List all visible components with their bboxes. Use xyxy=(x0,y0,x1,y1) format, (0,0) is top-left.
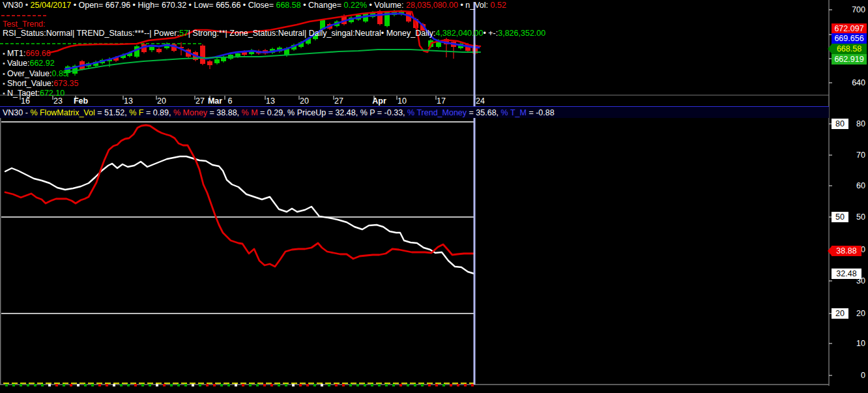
indicator-value: 669.66 xyxy=(25,49,50,58)
text-segment: | Strong:**| Zone_Status:Neutral| Daily_… xyxy=(188,29,381,38)
indicator-value: 672.10 xyxy=(40,89,65,98)
value-badge: 50 xyxy=(832,212,848,222)
value-badge: 672.097 xyxy=(832,23,867,34)
axis-tick-label: 60 xyxy=(856,181,865,190)
axis-tick-label: 50 xyxy=(856,212,865,222)
indicator-label: Value: xyxy=(7,59,30,68)
indicator-value: 673.35 xyxy=(53,79,78,88)
text-segment: 57 xyxy=(179,29,188,38)
text-segment: • Volume: xyxy=(367,1,406,10)
text-segment: VN30 xyxy=(3,1,25,10)
indicator-row-short_value: • Short_Value:673.35 xyxy=(3,79,79,88)
text-segment: % T_M xyxy=(501,108,527,117)
status-line: RSI_Status:Normal| TREND_Status:***--| P… xyxy=(3,29,545,38)
value-badge: 38.88 xyxy=(832,246,861,256)
trading-chart-window: VN30 • 25/04/2017 • Open= 667.96 • High=… xyxy=(0,0,868,393)
text-segment: • Open= 667.96 • High= 670.32 • Low= 665… xyxy=(71,1,276,10)
value-badge: 32.48 xyxy=(832,269,861,279)
bullet-icon: • xyxy=(3,50,7,57)
axis-tick-label: 0 xyxy=(861,371,865,380)
axis-tick-label: 700 xyxy=(852,5,865,14)
text-segment: = 0.29, xyxy=(258,108,288,117)
indicator-value: 662.92 xyxy=(29,59,54,68)
indicator-value: 0.85 xyxy=(51,69,67,78)
value-badge: 20 xyxy=(832,308,848,319)
text-segment: • Money_Daily: xyxy=(381,29,436,38)
text-segment: % FlowMatrix_Vol xyxy=(30,108,94,117)
text-segment: % PriceUp xyxy=(287,108,326,117)
oscillator-header-text: VN30 - % FlowMatrix_Vol = 51.52, % F = 0… xyxy=(3,108,555,117)
text-segment: = 35.68, xyxy=(467,108,500,117)
date-axis: 1623Feb132027Mar6132027Apr101724 xyxy=(0,96,829,106)
text-segment: 0.52 xyxy=(491,1,506,10)
value-badge: 662.919 xyxy=(832,54,867,65)
bullet-icon: • xyxy=(3,80,7,87)
badge-arrow-icon xyxy=(828,246,832,255)
value-badge: 668.58 xyxy=(832,44,867,54)
value-badge: 669.656 xyxy=(832,33,867,44)
axis-tick-label: 80 xyxy=(856,119,865,128)
text-segment: 0.22% xyxy=(344,1,367,10)
indicator-row-over_value: • Over_Value:0.85 xyxy=(3,69,68,78)
date-label: 10 xyxy=(392,96,412,106)
text-segment: % Money xyxy=(173,108,207,117)
text-segment: % P xyxy=(360,108,375,117)
date-label: 13 xyxy=(261,96,280,106)
bullet-icon: • xyxy=(3,89,7,97)
text-segment: • +-: xyxy=(483,29,498,38)
date-label: 6 xyxy=(220,96,240,106)
quote-line: VN30 • 25/04/2017 • Open= 667.96 • High=… xyxy=(3,1,506,10)
indicator-label: N_Taget: xyxy=(7,89,40,98)
oscillator-panel-header[interactable]: VN30 - % FlowMatrix_Vol = 51.52, % F = 0… xyxy=(0,106,829,118)
indicator-row-mt1: • MT1:669.66 xyxy=(3,49,51,58)
date-label: 20 xyxy=(295,96,314,106)
indicator-label: MT1: xyxy=(7,49,25,58)
date-label: 17 xyxy=(431,96,451,106)
text-segment: • n_Vol: xyxy=(458,1,491,10)
price-overlay-lines xyxy=(49,11,480,72)
text-segment: = 38.88, xyxy=(207,108,241,117)
axis-tick-label: 640 xyxy=(852,78,865,87)
value-badge: 80 xyxy=(832,119,848,129)
date-label: 27 xyxy=(329,96,349,106)
text-segment: 668.58 xyxy=(276,1,300,10)
text-segment: % Trend_Money xyxy=(407,108,467,117)
text-segment: 4,382,040.00 xyxy=(435,29,483,38)
guide-lines xyxy=(0,16,475,313)
date-label: Apr xyxy=(369,96,389,106)
right-price-axis[interactable]: 70064080706050403020100672.097669.656668… xyxy=(829,0,868,393)
text-segment: • Change= xyxy=(301,1,344,10)
badge-arrow-icon xyxy=(828,44,832,53)
text-segment: = -0.33, xyxy=(375,108,407,117)
bullet-icon: • xyxy=(3,70,7,78)
date-label: Feb xyxy=(71,96,91,106)
date-label: 20 xyxy=(152,96,171,106)
text-segment: RSI_Status:Normal| TREND_Status:***--| P… xyxy=(3,29,179,38)
indicator-row-n_taget: • N_Taget:672.10 xyxy=(3,89,65,98)
indicator-label: Over_Value: xyxy=(7,69,52,78)
text-segment: 28,035,080.00 xyxy=(406,1,458,10)
text-segment: 25/04/2017 xyxy=(31,1,72,10)
oscillator-series xyxy=(5,125,474,274)
axis-tick-label: 10 xyxy=(856,339,865,348)
text-segment: = -0.88 xyxy=(527,108,555,117)
indicator-row-value: • Value:662.92 xyxy=(3,59,55,68)
axis-tick-label: 20 xyxy=(856,309,865,318)
chart-canvas xyxy=(0,0,868,393)
date-label: 13 xyxy=(119,96,138,106)
test-trend-label: Test_Trend: xyxy=(3,20,46,29)
text-segment: • xyxy=(25,1,31,10)
text-segment: = 32.48, xyxy=(326,108,360,117)
bullet-icon: • xyxy=(3,59,7,67)
axis-tick-label: 70 xyxy=(856,151,865,160)
text-segment: % M xyxy=(242,108,258,117)
text-segment: = 0.89, xyxy=(143,108,173,117)
text-segment: % F xyxy=(129,108,143,117)
text-segment: 3,826,352.00 xyxy=(498,29,545,38)
text-segment: VN30 - xyxy=(3,108,30,117)
date-label: 24 xyxy=(470,96,490,106)
indicator-label: Short_Value: xyxy=(7,79,53,88)
text-segment: = 51.52, xyxy=(95,108,129,117)
